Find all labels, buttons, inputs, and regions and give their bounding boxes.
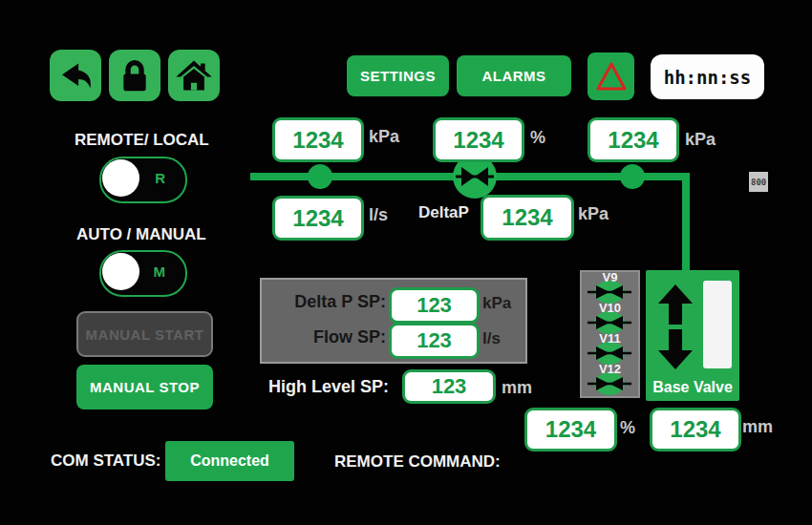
pipe-vertical	[682, 173, 690, 272]
base-valve-percent-display: 1234	[524, 408, 617, 452]
toggle-knob	[102, 159, 139, 197]
outlet-pressure-unit: kPa	[685, 130, 716, 150]
valve-label: V9	[603, 270, 618, 284]
delta-p-sp-label: Delta P SP:	[266, 292, 386, 312]
alarm-triangle-icon	[594, 59, 629, 94]
inlet-pressure-display: 1234	[272, 117, 364, 162]
alarm-indicator-button[interactable]	[588, 52, 634, 100]
toggle-state-label: M	[154, 263, 166, 280]
home-button[interactable]	[168, 50, 220, 101]
inlet-pressure-unit: kPa	[369, 127, 399, 147]
outlet-pressure-display: 1234	[588, 117, 679, 162]
valve-label: V12	[599, 362, 621, 376]
remote-local-toggle[interactable]: R	[99, 157, 187, 203]
high-level-sp-unit: mm	[502, 378, 532, 398]
valve-label: V11	[599, 331, 620, 346]
hmi-screen: SETTINGS ALARMS hh:nn:ss REMOTE/ LOCAL R…	[0, 0, 812, 525]
valve-label: V10	[599, 301, 621, 315]
base-valve-panel: Base Valve	[646, 270, 739, 401]
settings-button[interactable]: SETTINGS	[347, 55, 449, 96]
back-button[interactable]	[50, 50, 101, 101]
com-status-label: COM STATUS:	[51, 452, 161, 471]
flow-unit: l/s	[369, 205, 388, 225]
edge-clipped-value: 800	[749, 172, 768, 192]
high-level-sp-input[interactable]: 123	[402, 369, 496, 404]
level-display: 1234	[650, 408, 741, 452]
flow-display: 1234	[272, 196, 364, 241]
valve-percent-unit: %	[530, 128, 545, 148]
valve-percent-display: 1234	[433, 117, 524, 162]
deltap-label: DeltaP	[418, 203, 469, 222]
valve-bank-panel: V9 V10 V11	[580, 270, 640, 398]
home-icon	[174, 55, 214, 95]
base-valve-down-button[interactable]	[657, 329, 694, 369]
base-valve-position-bar	[703, 281, 732, 368]
setpoint-panel: Delta P SP: 123 kPa Flow SP: 123 l/s	[260, 278, 527, 364]
toggle-knob	[102, 253, 139, 290]
base-valve-percent-unit: %	[620, 418, 635, 438]
lock-button[interactable]	[109, 50, 160, 101]
level-unit: mm	[742, 417, 773, 437]
delta-p-sp-unit: kPa	[482, 294, 511, 313]
pipe-junction-dot	[308, 164, 332, 189]
back-arrow-icon	[55, 55, 96, 95]
remote-command-label: REMOTE COMMAND:	[334, 452, 501, 472]
manual-start-button[interactable]: MANUAL START	[76, 311, 213, 357]
manual-stop-button[interactable]: MANUAL STOP	[76, 365, 213, 410]
remote-local-label: REMOTE/ LOCAL	[75, 131, 209, 150]
flow-sp-input[interactable]: 123	[389, 323, 480, 359]
valve-v12[interactable]: V12	[582, 366, 638, 396]
delta-p-sp-input[interactable]: 123	[389, 287, 480, 324]
base-valve-up-button[interactable]	[657, 284, 694, 325]
flow-sp-label: Flow SP:	[266, 327, 386, 347]
deltap-unit: kPa	[578, 204, 609, 224]
deltap-display: 1234	[481, 195, 574, 241]
base-valve-label: Base Valve	[646, 379, 739, 396]
toggle-state-label: R	[155, 170, 165, 186]
auto-manual-label: AUTO / MANUAL	[76, 225, 206, 244]
auto-manual-toggle[interactable]: M	[99, 250, 187, 297]
high-level-sp-label: High Level SP:	[268, 377, 389, 397]
com-status-badge: Connected	[165, 441, 294, 481]
pipe-junction-dot	[620, 164, 645, 189]
clock-display: hh:nn:ss	[651, 54, 764, 99]
alarms-button[interactable]: ALARMS	[457, 55, 571, 96]
flow-sp-unit: l/s	[482, 329, 501, 348]
lock-icon	[115, 55, 155, 95]
